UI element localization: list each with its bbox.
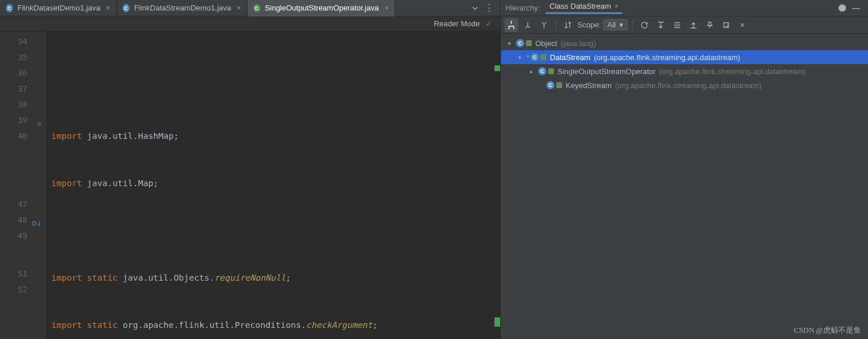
tree-node-package: (java.lang) [561, 39, 597, 48]
hierarchy-label: Hierarchy: [506, 4, 540, 12]
chevron-down-icon[interactable]: ▾ [518, 54, 527, 61]
tree-node-label: DataStream [550, 53, 590, 62]
scope-dropdown[interactable]: All ▾ [603, 19, 627, 30]
tree-node-label: SingleOutputStreamOperator [557, 67, 656, 76]
class-icon: C [123, 4, 131, 12]
line-number: 49 [18, 231, 27, 240]
sort-icon[interactable] [561, 18, 575, 32]
star-icon: * [527, 53, 529, 62]
svg-point-1 [508, 28, 510, 29]
tab-flinkdatastreamdemo[interactable]: C FlinkDataStreamDemo1.java × [117, 0, 247, 16]
tree-node-package: (org.apache.flink.streaming.api.datastre… [659, 67, 806, 76]
gear-icon[interactable] [838, 4, 846, 12]
code-area[interactable]: import java.util.HashMap; import java.ut… [46, 32, 500, 339]
close-icon[interactable]: × [106, 4, 110, 12]
tree-node-package: (org.apache.flink.streaming.api.datastre… [594, 53, 740, 62]
hierarchy-tab-label: Class DataStream [549, 2, 611, 11]
line-gutter: 34 35 36 37 38 39⊖ 40 47 48o↓ 49 51 52 [0, 32, 46, 339]
class-icon: C [6, 4, 14, 12]
expand-all-icon[interactable] [670, 18, 684, 32]
change-marker [494, 317, 500, 327]
hierarchy-tab[interactable]: Class DataStream × [546, 2, 622, 14]
line-number: 34 [18, 37, 27, 46]
reader-mode-label[interactable]: Reader Mode [434, 19, 480, 28]
pin-icon[interactable] [703, 18, 717, 32]
tree-node-label: Object [535, 39, 557, 48]
line-number: 48 [18, 215, 27, 225]
line-number: 35 [18, 53, 27, 62]
tab-label: FlinkDataStreamDemo1.java [134, 4, 231, 12]
tree-node-datastream[interactable]: ▾ * C DataStream (org.apache.flink.strea… [501, 50, 868, 64]
hierarchy-tree: ▾ C Object (java.lang) ▾ * C DataStream … [501, 34, 868, 339]
chevron-right-icon[interactable]: ▸ [530, 68, 538, 75]
line-number: 39 [18, 116, 27, 125]
tree-node-package: (org.apache.flink.streaming.api.datastre… [615, 81, 762, 90]
chevron-down-icon[interactable]: ▾ [508, 40, 516, 47]
editor-body: 34 35 36 37 38 39⊖ 40 47 48o↓ 49 51 52 i… [0, 32, 500, 339]
line-number: 52 [18, 285, 27, 294]
autoscroll-icon[interactable] [654, 18, 668, 32]
line-number: 38 [18, 100, 27, 109]
tree-node-keyedstream[interactable]: C KeyedStream (org.apache.flink.streamin… [501, 78, 868, 92]
tab-flinkdatasetdemo[interactable]: C FlinkDatasetDemo1.java × [0, 0, 117, 16]
close-icon[interactable]: × [615, 2, 619, 11]
refresh-icon[interactable] [637, 18, 651, 32]
export-icon[interactable] [686, 18, 700, 32]
tree-node-singleoutput[interactable]: ▸ C SingleOutputStreamOperator (org.apac… [501, 64, 868, 78]
line-number: 37 [18, 84, 27, 93]
class-icon: C [253, 4, 262, 12]
chevron-down-icon: ▾ [619, 20, 623, 29]
tab-singleoutputstreamoperator[interactable]: C SingleOutputStreamOperator.java × [247, 0, 395, 16]
tree-node-object[interactable]: ▾ C Object (java.lang) [501, 36, 868, 50]
open-new-icon[interactable] [719, 18, 733, 32]
change-marker [494, 65, 500, 71]
hierarchy-toolbar: Scope: All ▾ × [501, 16, 868, 34]
editor-panel: C FlinkDatasetDemo1.java × C FlinkDataSt… [0, 0, 500, 339]
line-number: 40 [18, 131, 27, 141]
check-icon[interactable]: ✓ [486, 19, 492, 28]
hierarchy-panel: Hierarchy: Class DataStream × — Scope: A… [500, 0, 868, 339]
scope-value: All [607, 20, 615, 29]
watermark: CSDN @虎鲸不是鱼 [794, 325, 861, 335]
line-number: 47 [18, 200, 27, 209]
tree-node-label: KeyedStream [566, 81, 612, 90]
svg-point-2 [513, 28, 514, 29]
minimize-icon[interactable]: — [852, 4, 860, 12]
more-icon[interactable]: ⋮ [484, 2, 494, 13]
tab-label: FlinkDatasetDemo1.java [18, 4, 100, 12]
close-icon[interactable]: × [237, 4, 241, 12]
subtypes-icon[interactable] [537, 18, 551, 32]
hierarchy-title-bar: Hierarchy: Class DataStream × — [501, 0, 868, 16]
class-hierarchy-icon[interactable] [504, 18, 518, 32]
scope-label: Scope: [577, 20, 601, 29]
supertypes-icon[interactable] [521, 18, 535, 32]
chevron-down-icon[interactable] [472, 5, 479, 12]
line-number: 36 [18, 68, 27, 78]
line-number: 51 [18, 269, 27, 278]
tab-label: SingleOutputStreamOperator.java [265, 4, 379, 12]
editor-tabs-bar: C FlinkDatasetDemo1.java × C FlinkDataSt… [0, 0, 500, 16]
close-icon[interactable]: × [735, 18, 750, 32]
svg-point-0 [511, 21, 512, 22]
close-icon[interactable]: × [385, 4, 389, 12]
reader-mode-bar: Reader Mode ✓ [0, 16, 500, 32]
